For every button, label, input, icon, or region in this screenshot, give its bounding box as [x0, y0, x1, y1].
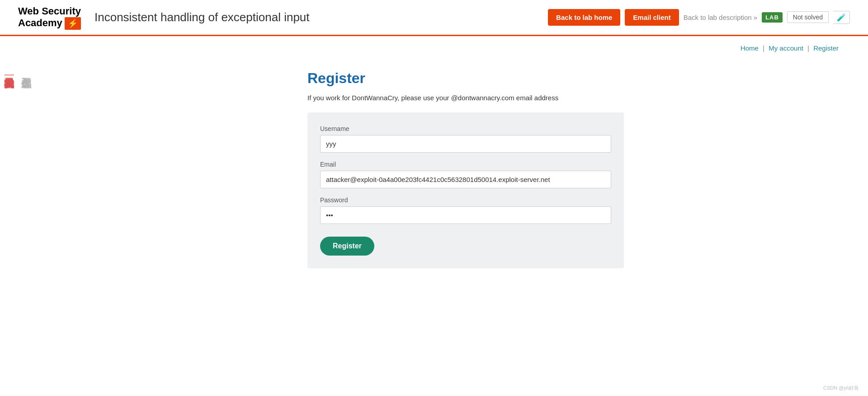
header-actions: Back to lab home Email client Back to la… — [548, 9, 850, 26]
flask-icon[interactable]: 🧪 — [833, 11, 850, 24]
back-to-lab-description-link[interactable]: Back to lab description » — [684, 14, 757, 21]
nav-sep-1: | — [763, 44, 764, 52]
register-form-container: Username Email Password Register — [307, 112, 624, 268]
email-client-button[interactable]: Email client — [625, 9, 679, 26]
not-solved-status: Not solved — [787, 11, 829, 23]
watermark: 我一抬头就看见了当时的我 想念你都那么久那么久了 — [0, 68, 35, 72]
email-group: Email — [320, 161, 611, 188]
register-link[interactable]: Register — [813, 44, 839, 52]
lab-badge: LAB — [762, 12, 783, 23]
password-input[interactable] — [320, 206, 611, 224]
page-heading: Inconsistent handling of exceptional inp… — [94, 10, 548, 24]
my-account-link[interactable]: My account — [769, 44, 803, 52]
main-nav: Home | My account | Register — [0, 36, 868, 56]
page-title: Register — [307, 70, 624, 87]
header: Web Security Academy⚡ Inconsistent handl… — [0, 0, 868, 36]
username-group: Username — [320, 125, 611, 153]
logo-icon: ⚡ — [65, 17, 81, 30]
logo: Web Security Academy⚡ — [18, 5, 81, 29]
watermark-col-2: 想念你都那么久那么久了 — [18, 68, 35, 72]
page-subtitle: If you work for DontWannaCry, please use… — [307, 94, 624, 102]
home-link[interactable]: Home — [741, 44, 759, 52]
username-label: Username — [320, 125, 611, 132]
page-content: Register If you work for DontWannaCry, p… — [217, 56, 651, 295]
password-group: Password — [320, 196, 611, 224]
email-label: Email — [320, 161, 611, 168]
username-input[interactable] — [320, 135, 611, 153]
logo-text: Web Security Academy⚡ — [18, 5, 81, 29]
password-label: Password — [320, 196, 611, 204]
watermark-col-1: 我一抬头就看见了当时的我 — [0, 68, 18, 72]
back-to-lab-home-button[interactable]: Back to lab home — [548, 9, 620, 26]
email-input[interactable] — [320, 171, 611, 188]
register-button[interactable]: Register — [320, 237, 374, 256]
nav-sep-2: | — [807, 44, 809, 52]
